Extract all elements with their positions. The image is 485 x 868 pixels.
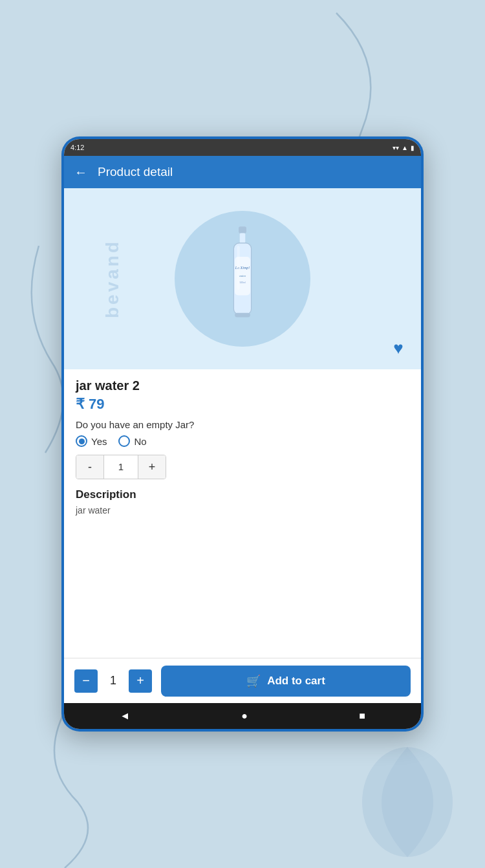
add-to-cart-label: Add to cart	[267, 675, 325, 688]
nav-recents-button[interactable]: ■	[359, 710, 365, 722]
svg-point-0	[362, 747, 453, 857]
detail-qty-value: 1	[103, 455, 138, 479]
description-text: jar water	[76, 505, 409, 515]
svg-text:water: water	[239, 274, 246, 277]
phone-frame: 4:12 ▾▾ ▲ ▮ ← Product detail bevand	[61, 136, 424, 732]
status-icons: ▾▾ ▲ ▮	[393, 144, 415, 151]
cart-icon: 🛒	[246, 674, 261, 688]
radio-no-label: No	[134, 436, 146, 447]
description-title: Description	[76, 488, 409, 501]
bottom-qty-plus[interactable]: +	[129, 669, 152, 693]
bottom-bar: − 1 + 🛒 Add to cart	[64, 658, 421, 703]
svg-text:500ml: 500ml	[239, 281, 245, 284]
product-image: La Ximp! water 500ml	[221, 224, 264, 334]
jar-question: Do you have an empty Jar?	[76, 419, 409, 430]
bottom-qty-minus[interactable]: −	[74, 669, 98, 693]
nav-bar: ◄ ● ■	[64, 703, 421, 729]
battery-icon: ▮	[411, 144, 415, 151]
bottom-quantity-stepper: − 1 +	[74, 669, 152, 693]
radio-yes-circle	[76, 435, 87, 447]
svg-rect-8	[237, 246, 240, 290]
product-name: jar water 2	[76, 378, 409, 393]
nav-back-button[interactable]: ◄	[120, 710, 130, 722]
nav-home-button[interactable]: ●	[241, 710, 248, 722]
detail-quantity-stepper: - 1 +	[76, 455, 166, 479]
jar-radio-group: Yes No	[76, 435, 409, 447]
svg-rect-1	[239, 226, 246, 233]
radio-yes-label: Yes	[91, 436, 107, 447]
wifi-icon: ▲	[402, 144, 408, 151]
bottom-qty-value: 1	[105, 674, 121, 688]
radio-no[interactable]: No	[118, 435, 146, 447]
status-bar: 4:12 ▾▾ ▲ ▮	[64, 139, 421, 156]
svg-text:La Ximp!: La Ximp!	[235, 266, 250, 270]
heart-icon: ♥	[393, 338, 403, 358]
add-to-cart-button[interactable]: 🛒 Add to cart	[161, 666, 411, 697]
svg-rect-9	[235, 313, 250, 318]
radio-no-circle	[118, 435, 130, 447]
app-bar: ← Product detail	[64, 156, 421, 188]
radio-yes[interactable]: Yes	[76, 435, 107, 447]
detail-qty-minus[interactable]: -	[76, 455, 103, 479]
detail-qty-plus[interactable]: +	[138, 455, 166, 479]
back-icon: ←	[74, 165, 87, 180]
product-details: jar water 2 ₹ 79 Do you have an empty Ja…	[64, 369, 421, 658]
product-image-area: bevand La Ximp! water 500ml	[64, 188, 421, 369]
minus-icon: −	[82, 673, 90, 688]
signal-icon: ▾▾	[393, 144, 399, 151]
plus-icon: +	[136, 673, 144, 688]
back-button[interactable]: ←	[74, 165, 87, 180]
page-title: Product detail	[98, 165, 173, 179]
watermark-text: bevand	[102, 239, 123, 318]
status-time: 4:12	[70, 144, 84, 151]
favorite-button[interactable]: ♥	[386, 336, 411, 360]
product-price: ₹ 79	[76, 396, 409, 413]
svg-rect-2	[240, 233, 246, 243]
product-image-circle: La Ximp! water 500ml	[175, 211, 310, 347]
